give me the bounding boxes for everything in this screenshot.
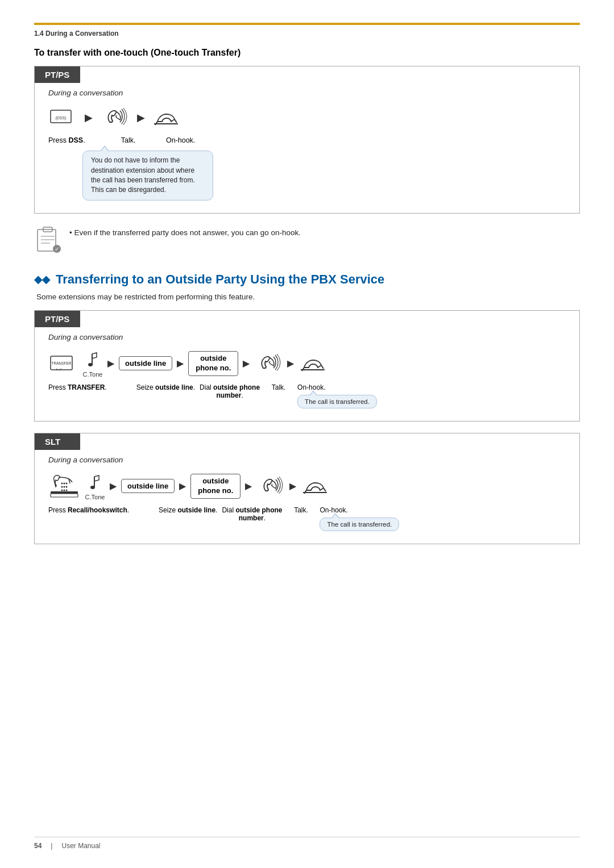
arrow-slt-1: ▶ (110, 481, 117, 491)
ctone-label-2: C.Tone (83, 371, 103, 378)
page: 1.4 During a Conversation To transfer wi… (0, 0, 614, 868)
arrow-6: ▶ (287, 358, 294, 369)
footer-page: 54 (34, 842, 42, 850)
steps-row-slt: C.Tone ▶ outside line ▶ outsidephone no.… (48, 472, 566, 500)
lbl-talk2: Talk. (264, 383, 293, 391)
svg-text:(DSS): (DSS) (55, 116, 66, 120)
svg-point-27 (64, 489, 65, 491)
outside-line-btn-slt: outside line (121, 479, 175, 493)
outside-phone-btn-slt: outsidephone no. (190, 474, 240, 499)
main-title-text: Transferring to an Outside Party Using t… (56, 272, 384, 287)
slt-box: SLT During a conversation (34, 433, 580, 544)
ctone-label-slt: C.Tone (85, 494, 105, 500)
lbl-onhook2: On-hook. The call is transferred. (297, 383, 377, 408)
note-text-1: • Even if the transferred party does not… (69, 225, 301, 237)
labels-row-slt: Press Recall/hookswitch. Seize outside l… (48, 506, 566, 531)
arrow-1: ▶ (85, 111, 93, 124)
dss-icon: (DSS) (48, 107, 78, 128)
svg-point-14 (88, 363, 93, 366)
svg-line-16 (321, 365, 323, 369)
arrow-slt-3: ▶ (245, 481, 252, 491)
box-header-1: PT/PS (35, 66, 80, 83)
box-header-slt: SLT (35, 433, 80, 450)
svg-text:✓: ✓ (55, 246, 59, 252)
steps-row-2: TRANSFER C.Tone ▶ outside line ▶ (48, 349, 566, 378)
talk-icon-slt (256, 474, 285, 499)
lbl-seize-slt: Seize outside line. (159, 506, 217, 514)
svg-rect-19 (51, 494, 78, 497)
section-label: 1.4 During a Conversation (34, 30, 580, 37)
svg-rect-5 (38, 229, 56, 251)
svg-point-28 (66, 489, 68, 491)
lbl-seize2: Seize outside line. (136, 383, 195, 391)
on-hook-icon-1 (152, 106, 181, 130)
outside-line-btn-2: outside line (119, 356, 172, 370)
labels-row-2: Press TRANSFER. Seize outside line. Dial… (48, 383, 566, 408)
during-conv-1: During a conversation (48, 89, 566, 97)
recall-icon (48, 472, 80, 500)
arrow-slt-4: ▶ (289, 481, 296, 491)
lbl-onhook-1: On-hook. (166, 136, 196, 145)
box-body-1: During a conversation (DSS) ▶ (35, 83, 579, 203)
arrow-2: ▶ (137, 111, 145, 124)
pt-ps-box-2: PT/PS During a conversation TRANSFER (34, 310, 580, 422)
svg-text:TRANSFER: TRANSFER (51, 361, 71, 365)
arrow-3: ▶ (107, 358, 114, 369)
on-hook-icon-2 (298, 352, 327, 375)
during-conv-slt: During a conversation (48, 456, 566, 464)
svg-point-25 (66, 486, 68, 487)
lbl-onhook-slt: On-hook. The call is transferred. (320, 506, 399, 531)
lbl-dial2: Dial outside phonenumber. (200, 383, 260, 399)
bullet-1: • (69, 228, 72, 237)
lbl-dial-slt: Dial outside phonenumber. (222, 506, 282, 522)
box-header-2: PT/PS (35, 311, 80, 327)
diamonds-icon: ◆◆ (34, 273, 50, 286)
note-icon-1: ✓ (34, 225, 61, 256)
steps-row-1: (DSS) ▶ ▶ (48, 105, 566, 130)
arrow-5: ▶ (243, 358, 250, 369)
svg-point-21 (64, 482, 65, 484)
lbl-transfer: Press TRANSFER. (48, 383, 107, 391)
arrow-slt-2: ▶ (179, 481, 186, 491)
tooltip-area: You do not have to inform the destinatio… (82, 151, 566, 201)
footer-manual: User Manual (61, 842, 100, 850)
arrow-4: ▶ (177, 358, 184, 369)
call-transferred-bubble-2: The call is transferred. (320, 518, 399, 531)
ctone-icon-slt: C.Tone (85, 472, 105, 500)
talk-icon-1 (99, 105, 130, 130)
subsection-title: To transfer with one-touch (One-touch Tr… (34, 48, 580, 58)
talk-icon-2 (254, 351, 283, 376)
svg-point-26 (61, 489, 63, 491)
on-hook-icon-slt (301, 474, 329, 498)
lbl-recall: Press Recall/hookswitch. (48, 506, 129, 514)
lbl-press-dss: Press DSS. (48, 136, 85, 145)
call-transferred-bubble-1: The call is transferred. (297, 395, 377, 408)
pt-ps-box-1: PT/PS During a conversation (DSS) ▶ (34, 66, 580, 214)
svg-point-24 (64, 486, 65, 487)
subtitle-note: Some extensions may be restricted from p… (36, 293, 580, 301)
main-section-title: ◆◆ Transferring to an Outside Party Usin… (34, 272, 580, 287)
svg-line-31 (323, 488, 326, 491)
svg-point-20 (61, 482, 63, 484)
lbl-talk-1: Talk. (110, 136, 141, 145)
note-content-1: Even if the transferred party does not a… (74, 228, 301, 237)
box-body-slt: During a conversation (35, 450, 579, 533)
top-bar (34, 23, 580, 25)
svg-point-23 (61, 486, 63, 487)
svg-point-22 (66, 482, 68, 484)
transfer-icon: TRANSFER (48, 353, 78, 374)
lbl-talk-slt: Talk. (287, 506, 315, 514)
label-row-1: Press DSS. Talk. On-hook. (48, 136, 566, 145)
note-row-1: ✓ • Even if the transferred party does n… (34, 225, 580, 256)
during-conv-2: During a conversation (48, 333, 566, 341)
footer-separator: | (51, 842, 52, 850)
footer: 54 | User Manual (34, 837, 580, 850)
outside-phone-btn-2: outsidephone no. (188, 351, 238, 376)
tooltip-bubble: You do not have to inform the destinatio… (82, 151, 213, 201)
svg-line-3 (175, 119, 177, 123)
ctone-icon-2: C.Tone (82, 349, 103, 378)
svg-point-29 (90, 486, 95, 489)
box-body-2: During a conversation TRANSFER (35, 327, 579, 411)
